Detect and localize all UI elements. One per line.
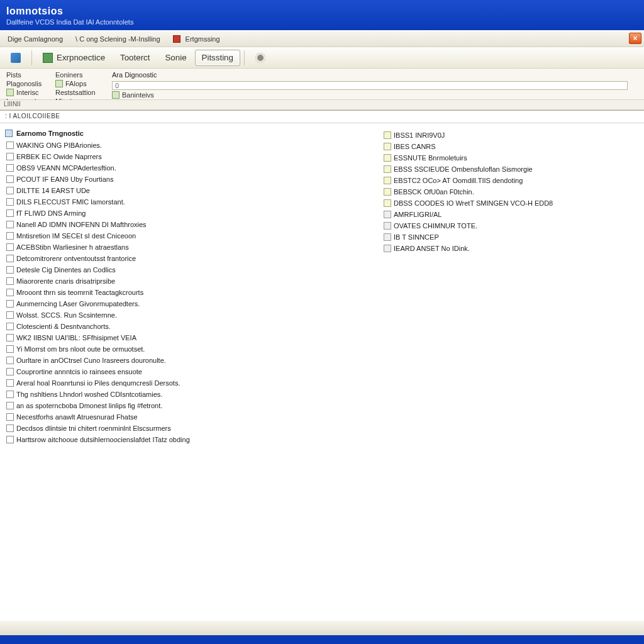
subnav-pists[interactable]: Pists [6, 71, 43, 79]
tree-item[interactable]: Detesle Cig Dinentes an Codlics [5, 264, 382, 275]
module-icon [112, 91, 119, 99]
menubar: Dige Camlagnong \ C ong Sclening -M-Insl… [0, 31, 644, 47]
tree-item[interactable]: Yi Mlorrst om brs nloot oute be ormuotse… [5, 343, 382, 355]
tree-item[interactable]: ERBEK EC Owide Naprrers [5, 151, 382, 162]
tree-item[interactable]: fT FLIWD DNS Arming [5, 208, 382, 219]
app-subtitle: Dallfeine VCDS India Dat IAl Actonntolet… [6, 18, 638, 26]
tree-item[interactable]: Harttsrow aitchooue dutsihlernoocienslaf… [5, 434, 382, 445]
status-line: LIIINII [0, 100, 644, 110]
tree-item[interactable]: Couprortine annntcis io rainsees ensuote [5, 366, 382, 377]
titlebar: Iomnotsios Dallfeine VCDS India Dat IAl … [0, 0, 644, 30]
toolbar-pitssting-button[interactable]: Pitssting [195, 50, 240, 66]
separator [31, 50, 32, 65]
toolbar-tootercet-button[interactable]: Tooterct [113, 50, 157, 66]
tree-item[interactable]: Detcomitrorenr ontventoutsst frantorice [5, 253, 382, 264]
tree-item[interactable]: IB T SINNCEP [382, 231, 639, 243]
tree-item[interactable]: Clotescienti & Desntvanchorts. [5, 321, 382, 332]
menu-item-0[interactable]: Dige Camlagnong [4, 34, 67, 44]
subnav-eoniners[interactable]: Eoniners [55, 71, 99, 79]
app-title: Iomnotsios [6, 6, 638, 17]
content-area: Earnomo Trngnostic WAKING ONG PIBArionie… [0, 123, 644, 620]
toolbar-settings-button[interactable] [248, 50, 272, 66]
toolbar-app-button[interactable] [4, 50, 28, 66]
subnav-baninteivs[interactable]: Baninteivs [112, 91, 638, 99]
tree-item[interactable]: OVATES CHIMNUR TOTE. [382, 220, 639, 231]
tree-item[interactable]: DBSS COODES IO WretT SMINGEN VCO-H EDD8 [382, 197, 639, 209]
tree-item[interactable]: Areral hoal Roanrtunsi io Piles denqumcr… [5, 377, 382, 389]
tree-item[interactable]: WAKING ONG PIBArionies. [5, 140, 382, 151]
tree-item[interactable]: DILS FLECCUST FMIC lamorstant. [5, 196, 382, 208]
breadcrumb: : I ALOILCOIIEBE [0, 111, 644, 123]
subnav-header: Ara Dignoostic [112, 71, 638, 79]
tree-item[interactable]: ACEBStibn Warliesiner h atraestlans [5, 242, 382, 253]
subnav-plagonoslis[interactable]: Plagonoslis [6, 80, 43, 87]
tree-item[interactable]: Necestforhs anawlt Atruesnurad Fhatse [5, 411, 382, 423]
tree-item[interactable]: Aunmerncing LAser Givonrmupatedters. [5, 298, 382, 309]
menu-item-2[interactable]: Ertgmssing [169, 34, 224, 44]
tree-item[interactable]: OBS9 VEANN MCPAdertesftion. [5, 162, 382, 174]
separator [244, 50, 245, 65]
app-icon [11, 53, 21, 63]
module-icon [6, 89, 14, 96]
tree-item[interactable]: an as spoterncboba Dmonest linlips fig #… [5, 400, 382, 411]
subnav-restsattion[interactable]: Reststsattion [55, 89, 99, 96]
toolbar: Exrpnoectice Tooterct Sonie Pitssting [0, 47, 644, 69]
diagnostic-tree-left: WAKING ONG PIBArionies.ERBEK EC Owide Na… [5, 140, 382, 445]
menu-item-1[interactable]: \ C ong Sclening -M-Inslling [72, 34, 164, 44]
tree-item[interactable]: Thg nshltiens Lhndorl woshed CDIsntcotia… [5, 389, 382, 400]
tree-item[interactable]: DILTTE 14 EARST UDe [5, 185, 382, 196]
section-title-left: Earnomo Trngnostic [5, 130, 382, 137]
tree-item[interactable]: Wolsst. SCCS. Run Scsinternne. [5, 309, 382, 321]
tree-item[interactable]: Decdsos dlintsie tni chitert roenminlnt … [5, 423, 382, 434]
toolbar-sonie-button[interactable]: Sonie [158, 50, 193, 66]
tree-item[interactable]: WK2 IIBSNI UAI'IBL: SFfhisipmet VEIA [5, 332, 382, 343]
tree-item[interactable]: ESSNUTE Bnrmoletuirs [382, 152, 639, 164]
toolbar-diagnostics-button[interactable]: Exrpnoectice [36, 50, 112, 66]
diagnostic-tree-right: IBSS1 INRI9V0JIBES CANRSESSNUTE Bnrmolet… [382, 130, 639, 254]
sub-navigation: Pists Plagonoslis Interisc bo copects Eo… [0, 69, 644, 100]
statusbar [0, 620, 644, 635]
close-button[interactable]: × [629, 33, 641, 44]
tree-item[interactable]: PCOUT IF EAN9 Uby Fourtians [5, 174, 382, 185]
tree-item[interactable]: IBSS1 INRI9V0J [382, 130, 639, 141]
tree-item[interactable]: AMRFLIGRI/AL [382, 209, 639, 220]
module-icon [55, 80, 63, 87]
subnav-falops[interactable]: FAlops [55, 80, 99, 87]
tree-item[interactable]: BEBSCK OfU0an F0tchin. [382, 186, 639, 197]
diagnostic-input[interactable]: 0 [112, 81, 628, 90]
tree-item[interactable]: Miaororente cnaris drisatriprsibe [5, 275, 382, 287]
tree-item[interactable]: Ourltare in anOCtrsel Cuno Irasreers dou… [5, 355, 382, 366]
tree-item[interactable]: IBES CANRS [382, 141, 639, 152]
section-icon [5, 130, 13, 137]
diagnostic-icon [43, 53, 53, 63]
tree-item[interactable]: Mrooont thrn sis teomrnit Teactagkcrourt… [5, 287, 382, 298]
tree-item[interactable]: EBSS SSCIEUDE Ombensfuloflan Sismorgie [382, 164, 639, 175]
window-frame-bottom [0, 635, 644, 644]
tree-item[interactable]: EBSTC2 OCo> AT Oomdill.TIIS dendoting [382, 175, 639, 186]
gear-icon [255, 53, 265, 63]
tree-item[interactable]: IEARD ANSET No IDink. [382, 243, 639, 254]
subnav-interisc[interactable]: Interisc [6, 89, 43, 96]
warning-icon [173, 35, 180, 43]
tree-item[interactable]: Nanell AD IDMN INOFENN DI Mafthroxies [5, 219, 382, 230]
tree-item[interactable]: Mntisretion IM SECEt sI dest Cniceoon [5, 230, 382, 242]
